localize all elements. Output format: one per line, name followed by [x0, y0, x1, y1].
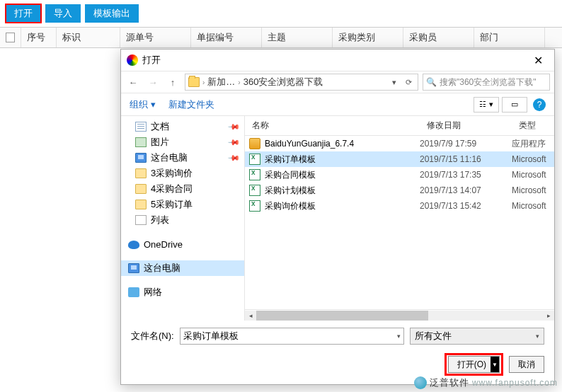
app-icon: [127, 54, 138, 66]
dialog-toolbar: 组织 ▾ 新建文件夹 ☷ ▾ ▭ ?: [121, 93, 554, 116]
nav-forward-icon[interactable]: →: [145, 74, 161, 90]
col-buyer[interactable]: 采购员: [403, 28, 474, 47]
header-type[interactable]: 类型: [512, 120, 554, 132]
sidebar-item[interactable]: OneDrive: [121, 236, 244, 252]
col-src[interactable]: 源单号: [120, 28, 191, 47]
sidebar-item-label: OneDrive: [144, 239, 183, 250]
file-row[interactable]: 采购合同模板2019/7/13 17:35Microsoft: [245, 167, 554, 183]
crumb-1[interactable]: 新加…: [207, 76, 235, 88]
sidebar-item-label: 文档: [151, 120, 169, 133]
pc-icon: [135, 153, 147, 163]
folder-icon: [135, 168, 147, 178]
docs-icon: [135, 122, 147, 132]
search-input[interactable]: 🔍 搜索"360安全浏览器下载": [423, 74, 550, 91]
sidebar-item[interactable]: 这台电脑📌: [121, 150, 244, 166]
excel-icon: [249, 200, 260, 212]
col-doc[interactable]: 单据编号: [191, 28, 262, 47]
scroll-right-icon[interactable]: ▸: [543, 311, 554, 321]
scroll-left-icon[interactable]: ◂: [245, 311, 256, 321]
file-date: 2019/7/13 14:07: [420, 185, 512, 195]
col-seq[interactable]: 序号: [21, 28, 57, 47]
dialog-titlebar[interactable]: 打开 ✕: [121, 50, 554, 71]
preview-pane-button[interactable]: ▭: [502, 97, 527, 113]
col-subj[interactable]: 主题: [262, 28, 333, 47]
pin-icon: 📌: [226, 120, 240, 133]
list-icon: [135, 215, 147, 225]
sidebar-item[interactable]: 4采购合同: [121, 181, 244, 197]
exe-icon: [249, 138, 260, 149]
sidebar-item-label: 这台电脑: [144, 262, 180, 275]
template-export-button[interactable]: 模板输出: [85, 4, 139, 23]
folder-icon: [135, 200, 147, 209]
sidebar-item-label: 图片: [151, 136, 169, 149]
import-button[interactable]: 导入: [45, 4, 81, 23]
excel-icon: [249, 185, 260, 196]
file-type: Microsoft: [512, 201, 554, 211]
scroll-thumb[interactable]: [256, 311, 428, 321]
horizontal-scrollbar[interactable]: ◂ ▸: [245, 309, 554, 321]
search-icon: 🔍: [426, 77, 437, 87]
col-mark[interactable]: 标识: [57, 28, 120, 47]
sidebar-item-label: 3采购询价: [151, 167, 193, 180]
header-name[interactable]: 名称: [245, 120, 420, 132]
sidebar-item-label: 这台电脑: [151, 151, 188, 164]
new-folder-button[interactable]: 新建文件夹: [168, 98, 214, 111]
file-name: 采购询价模板: [265, 200, 420, 212]
dialog-open-button[interactable]: 打开(O): [448, 356, 500, 373]
sidebar-item[interactable]: 5采购订单: [121, 197, 244, 212]
help-icon[interactable]: ?: [533, 98, 546, 111]
sidebar-item-label: 网络: [144, 286, 162, 299]
file-filter-select[interactable]: 所有文件▾: [410, 328, 544, 345]
dialog-footer: 文件名(N): 采购订单模板▾ 所有文件▾ 打开(O) 取消: [121, 321, 554, 384]
sidebar-item[interactable]: 网络: [121, 284, 244, 300]
organize-menu[interactable]: 组织 ▾: [130, 98, 156, 111]
dialog-title: 打开: [142, 54, 161, 67]
col-dept[interactable]: 部门: [474, 28, 545, 47]
file-row[interactable]: 采购订单模板2019/7/15 11:16Microsoft: [245, 151, 554, 167]
dialog-cancel-button[interactable]: 取消: [509, 356, 544, 373]
crumb-2[interactable]: 360安全浏览器下载: [243, 76, 323, 88]
header-date[interactable]: 修改日期: [420, 120, 512, 132]
close-icon[interactable]: ✕: [527, 50, 549, 71]
search-placeholder: 搜索"360安全浏览器下载": [440, 76, 537, 88]
folder-icon: [135, 184, 147, 194]
file-row[interactable]: BaiduYunGuanjia_6.7.42019/7/9 17:59应用程序: [245, 136, 554, 151]
file-pane: 名称 修改日期 类型 BaiduYunGuanjia_6.7.42019/7/9…: [245, 116, 554, 321]
sidebar: 文档📌图片📌这台电脑📌3采购询价4采购合同5采购订单列表OneDrive这台电脑…: [121, 116, 245, 321]
nav-up-icon[interactable]: ↑: [165, 74, 180, 90]
pin-icon: 📌: [226, 135, 240, 149]
grid-header: 序号 标识 源单号 单据编号 主题 采购类别 采购员 部门: [0, 27, 562, 48]
sidebar-item-label: 4采购合同: [151, 183, 193, 195]
sidebar-item[interactable]: 这台电脑: [121, 260, 244, 276]
filename-input[interactable]: 采购订单模板▾: [180, 328, 404, 345]
view-mode-button[interactable]: ☷ ▾: [474, 97, 499, 113]
excel-icon: [249, 169, 260, 180]
split-dropdown-icon[interactable]: [491, 357, 499, 372]
nav-back-icon[interactable]: ←: [125, 74, 141, 90]
refresh-icon[interactable]: ⟳: [402, 76, 415, 88]
breadcrumb-dropdown-icon[interactable]: ▾: [388, 76, 401, 88]
sidebar-item[interactable]: 3采购询价: [121, 166, 244, 181]
chevron-right-icon[interactable]: ›: [202, 79, 205, 86]
sidebar-item[interactable]: 文档📌: [121, 119, 244, 134]
chevron-down-icon[interactable]: ▾: [397, 333, 401, 340]
open-button[interactable]: 打开: [6, 4, 41, 23]
file-list[interactable]: BaiduYunGuanjia_6.7.42019/7/9 17:59应用程序采…: [245, 136, 554, 309]
sidebar-item[interactable]: 图片📌: [121, 134, 244, 150]
col-cat[interactable]: 采购类别: [333, 28, 403, 47]
file-date: 2019/7/15 11:16: [420, 154, 512, 164]
file-date: 2019/7/13 15:42: [420, 201, 512, 211]
folder-icon: [188, 77, 200, 87]
sidebar-item[interactable]: 列表: [121, 212, 244, 228]
select-all-checkbox[interactable]: [6, 33, 15, 42]
file-row[interactable]: 采购询价模板2019/7/13 15:42Microsoft: [245, 198, 554, 214]
breadcrumb[interactable]: › 新加… › 360安全浏览器下载 ▾ ⟳: [185, 74, 418, 91]
net-icon: [128, 287, 139, 297]
chevron-right-icon[interactable]: ›: [238, 79, 240, 86]
chevron-down-icon[interactable]: ▾: [536, 333, 539, 340]
file-name: 采购计划模板: [265, 185, 420, 197]
file-type: 应用程序: [512, 138, 554, 150]
file-date: 2019/7/13 17:35: [420, 170, 512, 180]
file-row[interactable]: 采购计划模板2019/7/13 14:07Microsoft: [245, 183, 554, 198]
main-toolbar: 打开 导入 模板输出: [0, 0, 562, 27]
